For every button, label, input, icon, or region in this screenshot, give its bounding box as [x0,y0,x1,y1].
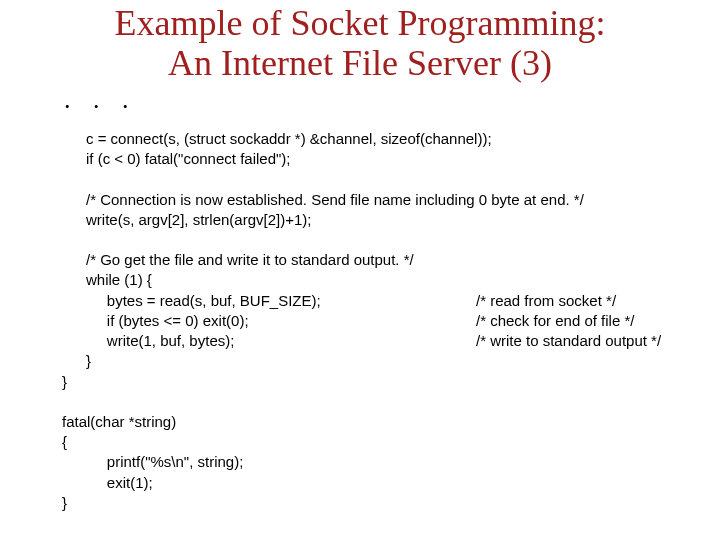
slide-title: Example of Socket Programming: An Intern… [30,0,690,83]
code-line: write(s, argv[2], strlen(argv[2])+1); [86,210,690,230]
ellipsis: . . . [30,85,690,115]
code-line: bytes = read(s, buf, BUF_SIZE); /* read … [86,291,690,311]
code-line: } [62,493,690,513]
code-line: { [62,432,690,452]
code-block: c = connect(s, (struct sockaddr *) &chan… [86,129,690,513]
code-line: write(1, buf, bytes); /* write to standa… [86,331,690,351]
title-line-1: Example of Socket Programming: [115,3,606,43]
slide: Example of Socket Programming: An Intern… [0,0,720,540]
code-line: fatal(char *string) [62,412,690,432]
code-line [86,170,690,190]
code-line: /* Connection is now established. Send f… [86,190,690,210]
code-line: if (bytes <= 0) exit(0); /* check for en… [86,311,690,331]
code-line: } [62,372,690,392]
code-line: /* Go get the file and write it to stand… [86,250,690,270]
code-line: } [86,351,690,371]
code-line: printf("%s\n", string); [86,452,690,472]
title-line-2: An Internet File Server (3) [168,43,552,83]
code-line: exit(1); [86,473,690,493]
code-line: while (1) { [86,270,690,290]
code-line: c = connect(s, (struct sockaddr *) &chan… [86,129,690,149]
code-line: if (c < 0) fatal("connect failed"); [86,149,690,169]
code-line [86,230,690,250]
code-line [86,392,690,412]
